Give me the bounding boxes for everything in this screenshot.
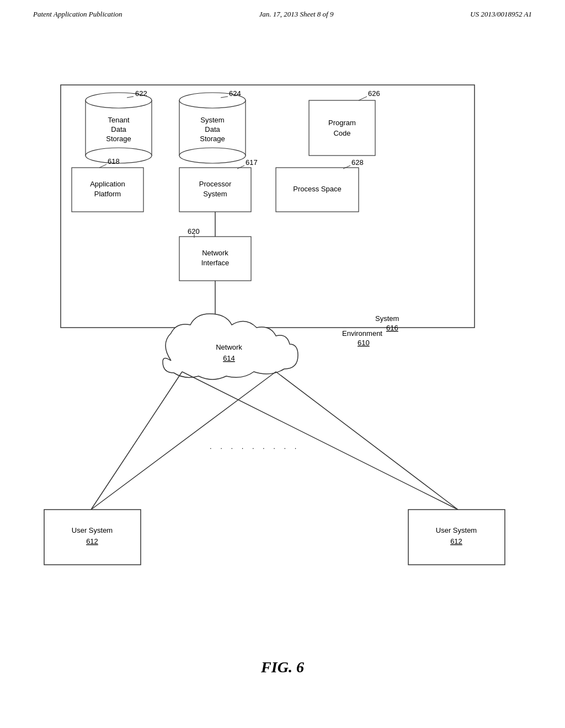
network-interface-text2: Interface (201, 259, 230, 267)
network-interface-text1: Network (202, 249, 228, 257)
figure-caption: FIG. 6 (0, 659, 565, 687)
tenant-data-text1: Tenant (108, 116, 129, 124)
network-text: Network (216, 343, 242, 351)
system-616-label: System (375, 314, 399, 323)
network-cloud: Network 614 (163, 314, 298, 379)
user-system-left-text1: User System (72, 526, 113, 534)
system-616-number: 616 (386, 324, 398, 332)
system-data-text2: Data (205, 125, 220, 133)
arrow-618 (99, 164, 106, 168)
label-617: 617 (246, 158, 258, 167)
system-data-text3: Storage (200, 135, 225, 143)
label-626: 626 (368, 89, 380, 98)
processor-system-text1: Processor (199, 180, 232, 188)
label-624: 624 (229, 89, 241, 98)
diagram-container: System 616 622 Tenant Data Storage 624 S… (0, 19, 565, 653)
line-cross-2 (91, 372, 276, 510)
processor-system-text2: System (203, 190, 227, 198)
application-platform-text2: Platform (94, 190, 121, 198)
tenant-data-text3: Storage (106, 135, 131, 143)
header-left: Patent Application Publication (33, 10, 122, 19)
user-system-right-text1: User System (436, 526, 477, 534)
label-622: 622 (135, 89, 147, 98)
process-space-text: Process Space (293, 185, 341, 193)
dots: . . . . . . . . . (210, 442, 300, 451)
system-data-cylinder-bottom (179, 148, 246, 163)
header-right: US 2013/0018952 A1 (470, 10, 532, 19)
label-618: 618 (108, 157, 120, 165)
user-system-right-number: 612 (450, 537, 462, 545)
arrow-626 (359, 97, 367, 100)
application-platform-text1: Application (90, 180, 125, 188)
program-code-text2: Code (333, 129, 350, 137)
network-number: 614 (223, 354, 235, 362)
line-cloud-left (91, 372, 182, 510)
page-header: Patent Application Publication Jan. 17, … (0, 0, 565, 19)
line-cross-1 (182, 372, 458, 510)
diagram-svg: System 616 622 Tenant Data Storage 624 S… (0, 19, 565, 653)
tenant-data-text2: Data (111, 125, 126, 133)
user-system-left-number: 612 (86, 537, 98, 545)
header-center: Jan. 17, 2013 Sheet 8 of 9 (259, 10, 333, 19)
environment-610-number: 610 (358, 339, 370, 347)
system-data-text1: System (200, 116, 224, 124)
program-code-text1: Program (328, 119, 356, 127)
program-code-box (309, 100, 375, 156)
environment-610-label: Environment (342, 329, 382, 338)
label-620: 620 (188, 227, 200, 235)
label-628: 628 (351, 158, 364, 167)
line-cloud-right (276, 372, 458, 510)
